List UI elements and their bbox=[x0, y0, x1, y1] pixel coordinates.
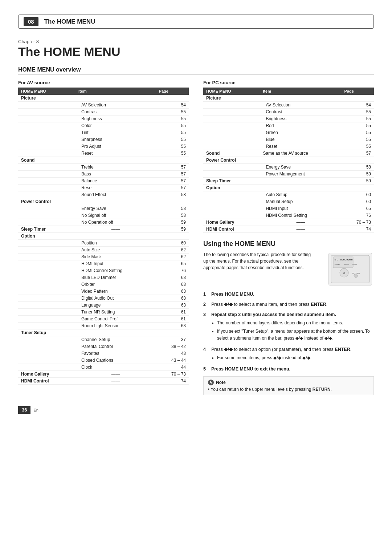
table-row: HDMI Input65 bbox=[18, 260, 189, 267]
table-row: Home Gallery——70 – 73 bbox=[203, 219, 374, 226]
table-row: Bass57 bbox=[18, 171, 189, 178]
av-col-page: Page bbox=[156, 88, 189, 95]
table-row: HDMI Control Setting76 bbox=[203, 212, 374, 219]
table-row: Room Light Sensor63 bbox=[18, 323, 189, 329]
table-row: Power Control bbox=[203, 157, 374, 164]
section-title: HOME MENU overview bbox=[18, 66, 374, 75]
av-col-menu: HOME MENU bbox=[18, 88, 75, 95]
table-row: Language63 bbox=[18, 302, 189, 309]
table-row: Position60 bbox=[18, 240, 189, 247]
table-row: Treble57 bbox=[18, 164, 189, 171]
table-row: Tuner NR Setting61 bbox=[18, 309, 189, 316]
table-row: Tuner Setup bbox=[18, 329, 189, 336]
table-row: Brightness55 bbox=[18, 116, 189, 122]
table-row: HDMI Control——74 bbox=[203, 226, 374, 233]
note-icon: ✎ bbox=[208, 380, 214, 385]
av-source-subtitle: For AV source bbox=[18, 80, 189, 85]
table-row: AV Selection54 bbox=[18, 102, 189, 109]
table-row: Pro Adjust55 bbox=[18, 143, 189, 150]
table-row: Contrast55 bbox=[203, 109, 374, 116]
table-row: Energy Save58 bbox=[203, 164, 374, 171]
table-row: Auto Size62 bbox=[18, 247, 189, 254]
using-layout: The following describes the typical proc… bbox=[203, 251, 374, 285]
table-row: Blue LED Dimmer63 bbox=[18, 274, 189, 281]
table-row: Manual Setup60 bbox=[203, 198, 374, 205]
svg-text:⊕: ⊕ bbox=[343, 272, 346, 275]
av-col-item: Item bbox=[75, 88, 156, 95]
svg-text:INFO: INFO bbox=[334, 259, 338, 261]
table-row: Picture bbox=[18, 95, 189, 102]
pc-source-subtitle: For PC source bbox=[203, 80, 374, 85]
remote-control-image: INFO HOME MENU SUB FORMAT ENTER TOOLS ⊕ … bbox=[328, 253, 372, 285]
svg-text:SUB: SUB bbox=[350, 259, 354, 261]
table-row: Reset55 bbox=[203, 143, 374, 150]
svg-text:ENTER: ENTER bbox=[344, 263, 349, 265]
page-footer: 36 En bbox=[18, 406, 374, 414]
chapter-label: Chapter 8 bbox=[18, 39, 374, 44]
using-step: 4Press ◆/◆ to select an option (or param… bbox=[203, 346, 374, 362]
table-row: Game Control Pref61 bbox=[18, 316, 189, 323]
table-row: HDMI Input65 bbox=[203, 205, 374, 212]
using-step: 5Press HOME MENU to exit the menu. bbox=[203, 365, 374, 373]
note-box: ✎ Note • You can return to the upper men… bbox=[203, 376, 374, 395]
table-row: Auto Setup60 bbox=[203, 191, 374, 198]
table-row: No Signal off58 bbox=[18, 212, 189, 219]
page-number: 36 bbox=[18, 406, 30, 414]
using-step: 2Press ◆/◆ to select a menu item, and th… bbox=[203, 301, 374, 308]
table-row: Green55 bbox=[203, 129, 374, 136]
chapter-number: 08 bbox=[24, 17, 38, 26]
table-row: Sleep Timer——59 bbox=[203, 178, 374, 185]
table-row: Clock44 bbox=[18, 364, 189, 371]
svg-text:TOOLS: TOOLS bbox=[352, 263, 357, 265]
table-row: Red55 bbox=[203, 122, 374, 129]
remote-image-container: INFO HOME MENU SUB FORMAT ENTER TOOLS ⊕ … bbox=[327, 251, 374, 285]
table-row: Side Mask62 bbox=[18, 254, 189, 260]
table-row: Parental Control38 – 42 bbox=[18, 343, 189, 350]
table-row: Reset55 bbox=[18, 150, 189, 157]
av-source-table: HOME MENU Item Page PictureAV Selection5… bbox=[18, 88, 189, 385]
table-row: Channel Setup37 bbox=[18, 336, 189, 343]
table-row: Favorites43 bbox=[18, 350, 189, 357]
table-row: No Operation off59 bbox=[18, 219, 189, 226]
table-row: Color55 bbox=[18, 122, 189, 129]
table-row: Balance57 bbox=[18, 178, 189, 185]
table-row: HDMI Control——74 bbox=[18, 378, 189, 385]
table-row: SoundSame as the AV source57 bbox=[203, 150, 374, 157]
table-row: Video Pattern63 bbox=[18, 288, 189, 295]
pc-col-item: Item bbox=[260, 88, 341, 95]
table-row: Sound Effect58 bbox=[18, 191, 189, 198]
using-step: 1Press HOME MENU. bbox=[203, 291, 374, 298]
pc-source-table: HOME MENU Item Page PictureAV Selection5… bbox=[203, 88, 374, 233]
using-steps: 1Press HOME MENU.2Press ◆/◆ to select a … bbox=[203, 291, 374, 373]
table-row: Brightness55 bbox=[203, 116, 374, 122]
chapter-main-title: The HOME MENU bbox=[18, 45, 374, 58]
using-home-menu-section: Using the HOME MENU The following descri… bbox=[203, 240, 374, 395]
table-row: Closed Captions43 – 44 bbox=[18, 357, 189, 364]
header-title: The HOME MENU bbox=[44, 18, 95, 25]
table-row: Power Management59 bbox=[203, 171, 374, 178]
note-title: ✎ Note bbox=[208, 380, 369, 385]
note-content: • You can return to the upper menu level… bbox=[208, 387, 369, 392]
table-row: Reset57 bbox=[18, 185, 189, 191]
using-title: Using the HOME MENU bbox=[203, 240, 374, 248]
av-source-column: For AV source HOME MENU Item Page Pictur… bbox=[18, 80, 189, 395]
table-row: Digital Audio Out68 bbox=[18, 295, 189, 302]
table-row: HDMI Control Setting76 bbox=[18, 267, 189, 274]
two-column-layout: For AV source HOME MENU Item Page Pictur… bbox=[18, 80, 374, 395]
table-row: Energy Save58 bbox=[18, 205, 189, 212]
pc-source-column: For PC source HOME MENU Item Page Pictur… bbox=[203, 80, 374, 395]
page-lang: En bbox=[33, 408, 38, 412]
table-row: AV Selection54 bbox=[203, 102, 374, 109]
header-bar: 08 The HOME MENU bbox=[18, 15, 374, 29]
svg-point-11 bbox=[354, 274, 358, 278]
table-row: Blue55 bbox=[203, 136, 374, 143]
table-row: Sharpness55 bbox=[18, 136, 189, 143]
table-row: Home Gallery——70 – 73 bbox=[18, 371, 189, 378]
table-row: Contrast55 bbox=[18, 109, 189, 116]
table-row: Picture bbox=[203, 95, 374, 102]
svg-text:FORMAT: FORMAT bbox=[334, 263, 340, 265]
table-row: Power Control bbox=[18, 198, 189, 205]
table-row: Sleep Timer——59 bbox=[18, 226, 189, 233]
table-row: Option bbox=[18, 233, 189, 240]
table-row: Sound bbox=[18, 157, 189, 164]
